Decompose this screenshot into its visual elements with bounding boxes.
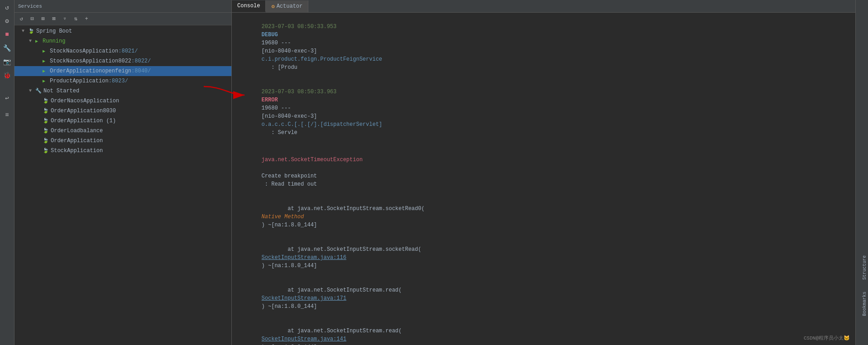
stack-1: at java.net.SocketInputStream.socketRead… — [235, 196, 852, 237]
order-lb-label: OrderLoadbalance — [51, 128, 103, 134]
running-label: Running — [43, 38, 65, 44]
stack-3: at java.net.SocketInputStream.read( Sock… — [235, 278, 852, 319]
order-app-icon: 🍃 — [43, 138, 49, 144]
services-panel: Services ↺ ⊟ ⊞ ⊠ ▿ ⇅ + Spring Boot Runni… — [14, 0, 232, 345]
structure-label[interactable]: Structure — [861, 254, 868, 282]
services-title: Services — [18, 4, 42, 9]
stock-nacos8022-label: StockNacosApplication8022 — [50, 58, 131, 64]
exc-type: java.net.SocketTimeoutException — [262, 157, 363, 163]
product-app-item[interactable]: ProductApplication :8023/ — [14, 76, 231, 86]
add-btn[interactable]: + — [82, 14, 91, 24]
settings-icon[interactable]: ⚙ — [2, 15, 13, 26]
stack-2: at java.net.SocketInputStream.socketRead… — [235, 237, 852, 278]
log-line-2: 2023-07-03 08:50:33.963 ERROR 19680 --- … — [235, 80, 852, 145]
order-openfeign-label: OrderApplicationopenfeign — [50, 68, 131, 74]
stock-nacos-port: :8021/ — [118, 48, 138, 54]
suffix-2: ) ~[na:1.8.0_144] — [262, 263, 317, 269]
suffix-3: ) ~[na:1.8.0_144] — [262, 303, 317, 310]
level1: DEBUG — [262, 32, 281, 38]
order-app8030-icon: 🍃 — [43, 108, 49, 114]
camera-icon[interactable]: 📷 — [2, 56, 13, 67]
app-play-icon — [43, 48, 48, 54]
stock-nacos-app8022-item[interactable]: StockNacosApplication8022 :8022/ — [14, 56, 231, 66]
level2: ERROR — [262, 97, 281, 103]
run-icon[interactable]: ↩ — [2, 92, 13, 103]
wrench-icon[interactable]: 🔧 — [2, 43, 13, 53]
product-app-label: ProductApplication — [50, 78, 109, 84]
tab-actuator[interactable]: ⚙ Actuator — [266, 0, 308, 12]
console-tabs: Console ⚙ Actuator — [232, 0, 855, 13]
order-app8030-label: OrderApplication8030 — [51, 108, 116, 114]
link-1[interactable]: Native Method — [262, 214, 304, 220]
refresh-btn[interactable]: ↺ — [16, 14, 26, 24]
running-arrow — [29, 38, 34, 44]
ts1: 2023-07-03 08:50:33.953 — [262, 24, 340, 30]
order-app-item[interactable]: 🍃 OrderApplication — [14, 136, 231, 146]
order-nacos-item[interactable]: 🍃 OrderNacosApplication — [14, 96, 231, 106]
link-2[interactable]: SocketInputStream.java:116 — [262, 254, 346, 261]
spring-boot-node[interactable]: Spring Boot — [14, 26, 231, 36]
at-2: at java.net.SocketInputStream.socketRead… — [262, 246, 422, 253]
order-loadbalance-item[interactable]: 🍃 OrderLoadbalance — [14, 126, 231, 136]
git-icon[interactable]: ≡ — [2, 110, 13, 120]
product-app-port: :8023/ — [109, 78, 128, 84]
right-sidebar: Structure Bookmarks — [855, 0, 868, 345]
pid2: 19680 --- — [262, 105, 294, 111]
filter-btn[interactable]: ▿ — [60, 14, 70, 24]
group-btn[interactable]: ⊠ — [49, 14, 59, 24]
collapse-btn[interactable]: ⊟ — [27, 14, 37, 24]
thread2: [nio-8040-exec-3] — [262, 113, 321, 120]
order-app1-item[interactable]: 🍃 OrderApplication (1) — [14, 116, 231, 126]
stop-icon[interactable]: ■ — [2, 29, 13, 40]
order-lb-icon: 🍃 — [43, 128, 49, 134]
app-play-icon3 — [43, 68, 48, 74]
stock-nacos8022-port: :8022/ — [131, 58, 151, 64]
at-3: at java.net.SocketInputStream.read( — [262, 287, 402, 293]
order-nacos-icon: 🍃 — [43, 98, 49, 104]
exc-msg: : Read timed out — [262, 181, 317, 187]
thread1: [nio-8040-exec-3] — [262, 48, 321, 54]
expand-btn[interactable]: ⊞ — [38, 14, 48, 24]
not-started-arrow — [29, 88, 34, 94]
class1: c.i.product.feign.ProductFeignService — [262, 56, 382, 62]
link-4[interactable]: SocketInputStream.java:141 — [262, 336, 346, 342]
stock-app-label: StockApplication — [51, 148, 103, 154]
order-app8030-item[interactable]: 🍃 OrderApplication8030 — [14, 106, 231, 116]
debug-icon[interactable]: 🐞 — [2, 70, 13, 81]
refresh-icon[interactable]: ↺ — [2, 2, 13, 13]
sort-btn[interactable]: ⇅ — [71, 14, 81, 24]
order-app1-icon: 🍃 — [43, 118, 49, 124]
bookmarks-label[interactable]: Bookmarks — [861, 290, 868, 318]
stock-app-icon: 🍃 — [43, 148, 49, 154]
ts2: 2023-07-03 08:50:33.963 — [262, 89, 340, 95]
services-header: Services — [14, 0, 231, 13]
stock-app-item[interactable]: 🍃 StockApplication — [14, 146, 231, 156]
watermark: CSDN@程序员小太🐱 — [804, 335, 850, 341]
console-output: 2023-07-03 08:50:33.953 DEBUG 19680 --- … — [232, 13, 855, 345]
running-node[interactable]: Running — [14, 36, 231, 46]
app-play-icon2 — [43, 58, 48, 64]
at-1: at java.net.SocketInputStream.socketRead… — [262, 206, 425, 212]
order-app1-label: OrderApplication (1) — [51, 118, 116, 124]
app-play-icon4 — [43, 78, 48, 84]
stock-nacos-label: StockNacosApplication — [50, 48, 118, 54]
spring-boot-label: Spring Boot — [36, 28, 72, 34]
spring-boot-arrow — [22, 29, 27, 34]
stock-nacos-app-item[interactable]: StockNacosApplication :8021/ — [14, 46, 231, 56]
spring-boot-icon — [28, 28, 34, 34]
order-nacos-label: OrderNacosApplication — [51, 98, 119, 104]
services-toolbar: ↺ ⊟ ⊞ ⊠ ▿ ⇅ + — [14, 13, 231, 25]
actuator-label: Actuator — [277, 3, 303, 10]
not-started-label: Not Started — [43, 88, 79, 94]
link-3[interactable]: SocketInputStream.java:171 — [262, 295, 346, 302]
tab-console[interactable]: Console — [232, 0, 266, 12]
order-openfeign-item[interactable]: OrderApplicationopenfeign :8040/ — [14, 66, 231, 76]
log-line-1: 2023-07-03 08:50:33.953 DEBUG 19680 --- … — [235, 14, 852, 80]
exc-breakpoint[interactable]: Create breakpoint — [262, 173, 317, 179]
pid1: 19680 --- — [262, 40, 294, 46]
at-4: at java.net.SocketInputStream.read( — [262, 328, 402, 334]
not-started-node[interactable]: Not Started — [14, 86, 231, 96]
running-icon — [35, 38, 41, 44]
order-openfeign-port: :8040/ — [131, 68, 151, 74]
class2: o.a.c.c.C.[.[.[/].[dispatcherServlet] — [262, 121, 382, 128]
